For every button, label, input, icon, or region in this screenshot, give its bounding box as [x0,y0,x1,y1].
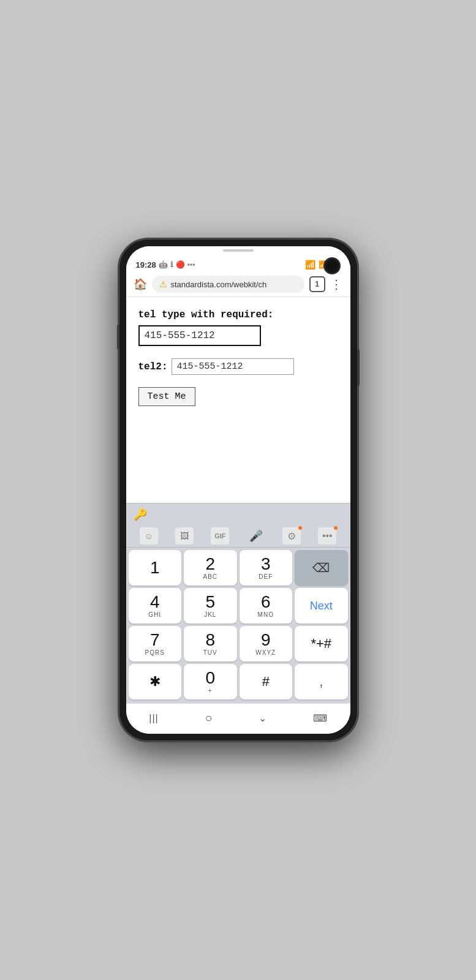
mic-icon[interactable]: 🎤 [247,527,265,545]
status-time: 19:28 [136,260,156,270]
tel2-input[interactable] [172,358,294,375]
url-bar[interactable]: ⚠ standardista.com/webkit/ch [152,276,304,293]
key-8[interactable]: 8 TUV [184,626,237,662]
tab-count-badge[interactable]: 1 [309,276,325,292]
key-4[interactable]: 4 GHI [129,588,182,624]
keyboard-suggest-bar: ☺ 🖼 GIF 🎤 ⚙ ••• [126,525,350,548]
gif-icon[interactable]: GIF [211,527,229,545]
key-star[interactable]: ✱ [129,664,182,699]
phone-screen: 19:28 🤖 ℹ 🔴 ••• 📶 📶 🔋 🏠 ⚠ standardista.c… [126,246,350,734]
status-left: 19:28 🤖 ℹ 🔴 ••• [136,260,195,270]
emoji-icon[interactable]: ☺ [140,527,158,545]
key-0[interactable]: 0 + [184,664,237,699]
power-button [357,349,360,386]
key-symbols[interactable]: *+# [295,626,348,662]
key-1[interactable]: 1 [129,550,182,586]
volume-button [117,325,119,349]
info-icon: ℹ [170,260,173,269]
key-2[interactable]: 2 ABC [184,550,237,586]
key-comma[interactable]: , [295,664,348,699]
key-next[interactable]: Next [295,588,348,624]
settings-icon[interactable]: ⚙ [282,527,301,545]
browser-menu-icon[interactable]: ⋮ [330,277,343,292]
key-7[interactable]: 7 PQRS [129,626,182,662]
browser-icon: 🔴 [176,260,185,269]
nav-keyboard-button[interactable]: ⌨ [306,710,334,726]
front-camera [323,257,341,274]
key-6[interactable]: 6 MNO [240,588,293,624]
nav-home-button[interactable]: ○ [197,709,219,728]
tel2-section: tel2: [138,358,338,375]
test-me-button[interactable]: Test Me [138,387,195,406]
keyboard-toolbar: 🔑 [126,503,350,525]
nav-back-button[interactable]: ⌄ [251,710,274,726]
key-icon: 🔑 [134,508,147,521]
speaker-grill [223,249,254,252]
wifi-icon: 📶 [305,260,315,270]
key-9[interactable]: 9 WXYZ [240,626,293,662]
home-icon[interactable]: 🏠 [134,277,147,291]
more-options-icon[interactable]: ••• [318,527,336,545]
key-backspace[interactable]: ⌫ [295,550,348,586]
status-bar: 19:28 🤖 ℹ 🔴 ••• 📶 📶 🔋 [126,255,350,272]
browser-toolbar: 🏠 ⚠ standardista.com/webkit/ch 1 ⋮ [126,272,350,297]
more-dots: ••• [187,260,195,269]
phone-frame: 19:28 🤖 ℹ 🔴 ••• 📶 📶 🔋 🏠 ⚠ standardista.c… [119,239,358,741]
web-content-area: tel type with required: tel2: Test Me [126,297,350,503]
tel-required-input[interactable] [138,325,261,346]
security-warning-icon: ⚠ [159,279,167,289]
nav-recents-button[interactable]: ||| [142,710,165,726]
key-3[interactable]: 3 DEF [240,550,293,586]
numpad: 1 2 ABC 3 DEF ⌫ 4 GHI 5 JKL [126,548,350,703]
system-nav-bar: ||| ○ ⌄ ⌨ [126,703,350,734]
url-text: standardista.com/webkit/ch [171,280,297,289]
sticker-icon[interactable]: 🖼 [175,527,194,545]
next-label: Next [310,600,333,612]
key-hash[interactable]: # [240,664,293,699]
android-icon: 🤖 [159,260,168,269]
tel-required-section: tel type with required: [138,309,338,346]
tel2-label: tel2: [138,361,168,372]
key-5[interactable]: 5 JKL [184,588,237,624]
tel-required-label: tel type with required: [138,309,338,320]
sensor-area [126,246,350,255]
